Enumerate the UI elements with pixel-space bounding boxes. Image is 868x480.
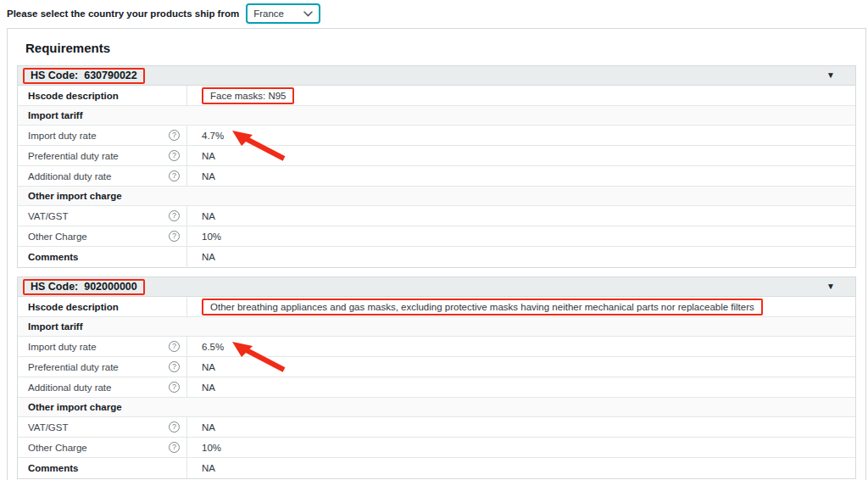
row-value-cell: NA — [187, 458, 855, 478]
row-label-cell: Additional duty rate? — [18, 377, 187, 397]
row-label: Hscode description — [28, 302, 119, 312]
table-row: Additional duty rate?NA — [18, 166, 855, 187]
sections-host: HS Code: 630790022 ▼ Hscode descriptionF… — [17, 65, 856, 479]
group-header-row: Import tariff — [18, 106, 855, 126]
annotation-red-box: Other breathing appliances and gas masks… — [202, 299, 763, 315]
row-value: 4.7% — [202, 131, 224, 141]
row-value: NA — [202, 171, 215, 181]
table-row: Hscode descriptionFace masks: N95 — [18, 86, 855, 106]
row-label: Preferential duty rate — [28, 362, 119, 372]
table-row: Preferential duty rate?NA — [18, 146, 855, 166]
row-label-cell: Comments — [18, 458, 187, 478]
row-label: VAT/GST — [28, 211, 69, 221]
country-select-value: France — [253, 8, 284, 19]
hs-code-table: Hscode descriptionFace masks: N95Import … — [17, 85, 856, 268]
row-value: 10% — [202, 232, 221, 242]
row-value-cell: 6.5% — [187, 337, 855, 356]
row-label-cell: Comments — [18, 247, 187, 267]
row-label-cell: VAT/GST? — [18, 417, 187, 437]
row-label: Import duty rate — [28, 342, 97, 352]
row-label: Preferential duty rate — [28, 151, 119, 161]
row-value-cell: NA — [187, 166, 855, 186]
table-row: CommentsNA — [18, 458, 855, 478]
chevron-down-icon — [303, 11, 313, 17]
group-header-row: Import tariff — [18, 317, 855, 337]
row-label: Other Charge — [28, 443, 87, 453]
help-icon[interactable]: ? — [169, 150, 180, 161]
table-row: Other Charge?10% — [18, 438, 855, 458]
row-value: 6.5% — [202, 342, 224, 352]
help-icon[interactable]: ? — [169, 210, 180, 221]
row-label: Comments — [28, 252, 78, 262]
row-label: Hscode description — [28, 91, 119, 101]
help-icon[interactable]: ? — [169, 170, 180, 181]
group-header-label: Import tariff — [28, 110, 83, 120]
help-icon[interactable]: ? — [169, 442, 180, 453]
requirements-title: Requirements — [25, 41, 856, 55]
group-header-label: Other import charge — [28, 402, 122, 412]
ship-from-row: Please select the country your products … — [0, 0, 868, 28]
row-label-cell: Additional duty rate? — [18, 166, 187, 186]
collapse-caret-icon[interactable]: ▼ — [826, 282, 835, 291]
row-label-cell: Preferential duty rate? — [18, 146, 187, 165]
hs-code-header[interactable]: HS Code: 902000000 ▼ — [17, 276, 856, 296]
table-row: Import duty rate?4.7% — [18, 126, 855, 146]
row-label-cell: Hscode description — [18, 297, 187, 316]
row-label-cell: Import duty rate? — [18, 126, 187, 145]
help-icon[interactable]: ? — [169, 130, 180, 141]
hs-code-title: HS Code: 630790022 — [31, 70, 137, 81]
country-select[interactable]: France — [246, 3, 320, 24]
row-value-cell: NA — [187, 206, 855, 226]
row-value: NA — [202, 211, 215, 221]
help-icon[interactable]: ? — [169, 361, 180, 372]
row-value-cell: Other breathing appliances and gas masks… — [187, 297, 855, 316]
row-label-cell: Import duty rate? — [18, 337, 187, 356]
row-label: Import duty rate — [28, 131, 97, 141]
row-value: Other breathing appliances and gas masks… — [210, 302, 754, 312]
hs-code-header[interactable]: HS Code: 630790022 ▼ — [17, 65, 856, 85]
hs-code-title: HS Code: 902000000 — [31, 281, 137, 293]
row-value: NA — [202, 382, 215, 393]
row-value: NA — [202, 151, 215, 161]
row-label-cell: VAT/GST? — [18, 206, 187, 226]
row-value: 10% — [202, 443, 221, 453]
row-value: NA — [202, 362, 215, 372]
help-icon[interactable]: ? — [169, 382, 180, 393]
row-value: NA — [202, 463, 215, 473]
table-row: Other Charge?10% — [18, 226, 855, 247]
annotation-red-box: Face masks: N95 — [202, 87, 294, 104]
hs-code-table: Hscode descriptionOther breathing applia… — [17, 296, 856, 479]
table-row: VAT/GST?NA — [18, 206, 855, 226]
row-value-cell: NA — [187, 377, 855, 397]
ship-from-label: Please select the country your products … — [7, 6, 239, 21]
row-value: NA — [202, 422, 215, 433]
table-row: Hscode descriptionOther breathing applia… — [18, 297, 855, 317]
group-header-label: Other import charge — [28, 191, 122, 201]
row-label: Other Charge — [28, 232, 87, 242]
row-value-cell: 4.7% — [187, 126, 855, 145]
table-row: Preferential duty rate?NA — [18, 357, 855, 377]
row-label: VAT/GST — [28, 422, 69, 433]
row-label-cell: Hscode description — [18, 86, 187, 105]
row-value: NA — [202, 252, 215, 262]
table-row: CommentsNA — [18, 247, 855, 267]
help-icon[interactable]: ? — [169, 231, 180, 242]
row-value-cell: NA — [187, 357, 855, 377]
group-header-row: Other import charge — [18, 398, 855, 417]
row-value-cell: Face masks: N95 — [187, 86, 855, 105]
row-label: Additional duty rate — [28, 171, 111, 181]
hs-code-section: HS Code: 630790022 ▼ Hscode descriptionF… — [17, 65, 856, 268]
requirements-panel: Requirements HS Code: 630790022 ▼ Hscode… — [7, 28, 866, 480]
help-icon[interactable]: ? — [169, 341, 180, 352]
group-header-row: Other import charge — [18, 187, 855, 206]
annotation-red-box: HS Code: 902000000 — [23, 279, 145, 295]
row-value-cell: NA — [187, 146, 855, 165]
annotation-red-box: HS Code: 630790022 — [23, 68, 145, 84]
row-label: Comments — [28, 463, 78, 473]
row-label-cell: Other Charge? — [18, 226, 187, 246]
help-icon[interactable]: ? — [169, 421, 180, 433]
row-value-cell: 10% — [187, 226, 855, 246]
row-label: Additional duty rate — [28, 382, 111, 393]
collapse-caret-icon[interactable]: ▼ — [826, 71, 835, 80]
table-row: Additional duty rate?NA — [18, 377, 855, 398]
